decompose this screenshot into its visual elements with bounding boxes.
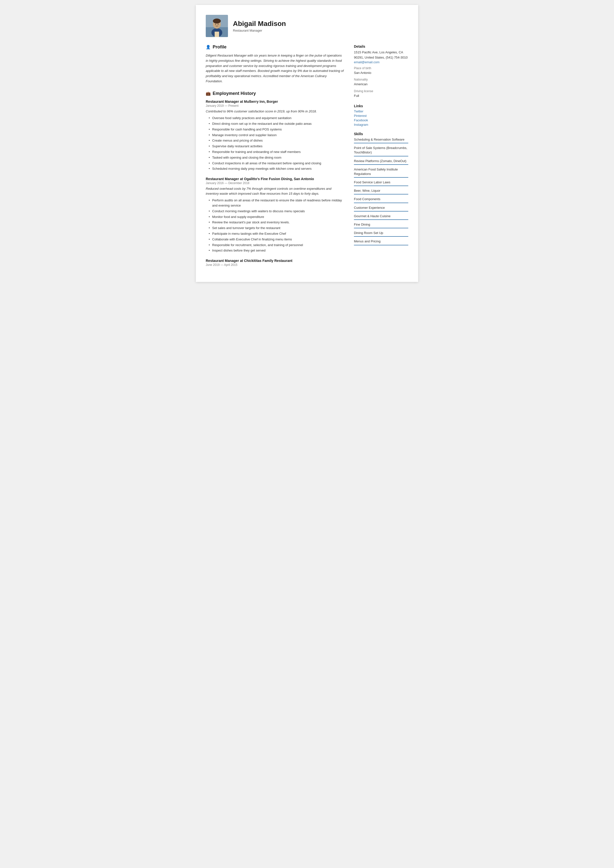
svg-point-6	[215, 24, 216, 25]
profile-text: Diligent Restaurant Manager with six yea…	[206, 53, 344, 84]
details-section: Details 1515 Pacific Ave, Los Angeles, C…	[354, 45, 408, 99]
job-dates-1: January 2019 — Present	[206, 104, 344, 107]
skill-item: Food Service Labor Laws	[354, 180, 408, 186]
job-bullets-2: Perform audits on all areas of the resta…	[206, 198, 344, 253]
employment-title: 💼 Employment History	[206, 91, 344, 96]
job-highlight-1: Contributed to 96% customer satisfaction…	[206, 109, 344, 114]
skill-item: Dining Room Set Up	[354, 231, 408, 237]
svg-point-5	[213, 19, 221, 23]
svg-rect-3	[215, 32, 219, 37]
job-title-1: Restaurant Manager at Mulberry Inn, Borg…	[206, 99, 344, 104]
pob-value: San Antonio	[354, 70, 408, 76]
bullet-item: Responsible for recruitment, selection, …	[209, 243, 344, 248]
bullet-item: Oversee food safety practices and equipm…	[209, 116, 344, 121]
skill-item: Beer, Wine, Liquor	[354, 188, 408, 194]
bullet-item: Scheduled morning daily prep meetings wi…	[209, 166, 344, 171]
link-instagram[interactable]: Instagram	[354, 123, 408, 126]
bullet-item: Collaborate with Executive Chef in final…	[209, 237, 344, 242]
skill-item: Point of Sale Systems (Breadcrumbs, Touc…	[354, 146, 408, 156]
details-address: 1515 Pacific Ave, Los Angeles, CA 90291,…	[354, 50, 408, 60]
bullet-item: Tasked with opening and closing the dini…	[209, 155, 344, 160]
job-bullets-1: Oversee food safety practices and equipm…	[206, 116, 344, 171]
bullet-item: Supervise daily restaurant activities	[209, 144, 344, 149]
bullet-item: Inspect dishes before they get served	[209, 248, 344, 253]
bullet-item: Responsible for cash handling and POS sy…	[209, 127, 344, 132]
svg-point-7	[218, 24, 219, 25]
bullet-item: Set sales and turnover targets for the r…	[209, 225, 344, 231]
bullet-item: Responsible for training and onboarding …	[209, 149, 344, 155]
skill-item: Gourmet & Haute Cuisine	[354, 214, 408, 220]
skill-item: Scheduling & Reservation Software	[354, 137, 408, 143]
candidate-name: Abigail Madison	[233, 20, 286, 28]
resume-header: Abigail Madison Restaurant Manager	[206, 15, 408, 37]
skill-item: Menus and Pricing	[354, 239, 408, 245]
candidate-title: Restaurant Manager	[233, 29, 286, 33]
bullet-item: Direct dining room set up in the restaur…	[209, 121, 344, 126]
job-title-3: Restaurant Manager at Chickititas Family…	[206, 259, 344, 262]
job-dates-2: January 2016 — December 2018	[206, 182, 344, 185]
employment-icon: 💼	[206, 91, 211, 96]
bullet-item: Perform audits on all areas of the resta…	[209, 198, 344, 208]
bullet-item: Monitor food and supply expenditure	[209, 214, 344, 220]
bullet-item: Participate in menu tastings with the Ex…	[209, 231, 344, 236]
links-section: Links Twitter Pinterest Facebook Instagr…	[354, 104, 408, 126]
skill-item: Customer Experience	[354, 206, 408, 211]
content-area: 👤 Profile Diligent Restaurant Manager wi…	[206, 45, 408, 272]
bullet-item: Conduct inspections in all areas of the …	[209, 161, 344, 166]
profile-icon: 👤	[206, 45, 211, 50]
avatar	[206, 15, 228, 37]
details-title: Details	[354, 45, 408, 48]
skill-item: Food Components	[354, 197, 408, 203]
driving-label: Driving license	[354, 89, 408, 93]
nationality-label: Nationality	[354, 78, 408, 81]
skills-section: Skills Scheduling & Reservation Software…	[354, 132, 408, 245]
job-entry-2: Restaurant Manager at Ogalitto's Fine Fu…	[206, 177, 344, 253]
employment-section: 💼 Employment History Restaurant Manager …	[206, 91, 344, 267]
bullet-item: Conduct morning meetings with waiters to…	[209, 209, 344, 214]
job-title-2: Restaurant Manager at Ogalitto's Fine Fu…	[206, 177, 344, 181]
bullet-item: Manage inventory control and supplier li…	[209, 133, 344, 138]
header-text: Abigail Madison Restaurant Manager	[233, 20, 286, 33]
job-highlight-2: Reduced overhead costs by 7% through str…	[206, 186, 344, 196]
job-entry-1: Restaurant Manager at Mulberry Inn, Borg…	[206, 99, 344, 171]
details-email[interactable]: email@email.com	[354, 60, 408, 64]
side-column: Details 1515 Pacific Ave, Los Angeles, C…	[354, 45, 408, 272]
link-facebook[interactable]: Facebook	[354, 118, 408, 122]
main-column: 👤 Profile Diligent Restaurant Manager wi…	[206, 45, 344, 272]
job-dates-3: June 2019 — April 2015	[206, 263, 344, 267]
skill-item: Review Platforms (Zomato, DineOut)	[354, 159, 408, 165]
bullet-item: Review the restaurant's par stock and in…	[209, 220, 344, 225]
pob-label: Place of birth	[354, 67, 408, 70]
job-entry-3: Restaurant Manager at Chickititas Family…	[206, 259, 344, 267]
resume-container: Abigail Madison Restaurant Manager 👤 Pro…	[196, 5, 418, 282]
nationality-value: American	[354, 82, 408, 87]
bullet-item: Create menus and pricing of dishes	[209, 138, 344, 143]
links-title: Links	[354, 104, 408, 108]
driving-value: Full	[354, 93, 408, 99]
profile-section: 👤 Profile Diligent Restaurant Manager wi…	[206, 45, 344, 84]
link-pinterest[interactable]: Pinterest	[354, 114, 408, 118]
profile-title: 👤 Profile	[206, 45, 344, 50]
skill-item: American Food Safety Institute Regulatio…	[354, 167, 408, 178]
link-twitter[interactable]: Twitter	[354, 109, 408, 113]
skills-title: Skills	[354, 132, 408, 136]
skill-item: Fine Dining	[354, 222, 408, 228]
